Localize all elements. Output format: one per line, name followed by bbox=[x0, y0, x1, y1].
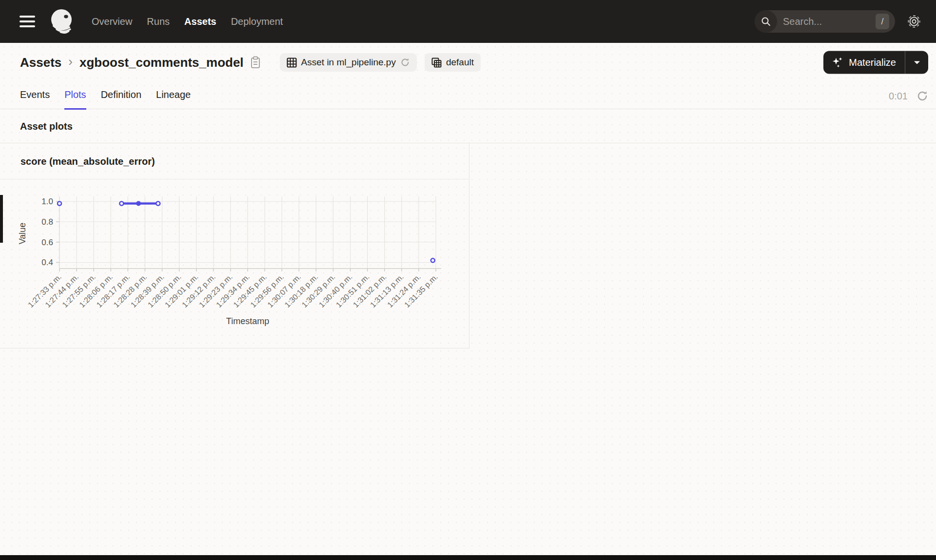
breadcrumb-separator-icon: › bbox=[68, 54, 73, 69]
primary-nav: Overview Runs Assets Deployment bbox=[92, 16, 283, 27]
tab-definition[interactable]: Definition bbox=[101, 89, 141, 110]
page-title: xgboost_comments_model bbox=[79, 55, 244, 70]
breadcrumb-assets-link[interactable]: Assets bbox=[20, 55, 61, 70]
y-tick-label: 0.4 bbox=[41, 258, 53, 267]
asset-page: Assets › xgboost_comments_model bbox=[0, 43, 936, 555]
refresh-icon[interactable] bbox=[916, 90, 928, 102]
top-navbar: Overview Runs Assets Deployment Search..… bbox=[0, 0, 936, 43]
y-tick-label: 0.6 bbox=[41, 238, 53, 247]
tab-lineage[interactable]: Lineage bbox=[156, 89, 191, 110]
data-point[interactable] bbox=[58, 201, 61, 205]
nav-deployment[interactable]: Deployment bbox=[231, 16, 283, 27]
plot-title-divider bbox=[0, 179, 469, 179]
asset-group-icon bbox=[431, 58, 442, 68]
group-chip[interactable]: default bbox=[425, 53, 481, 72]
sparkles-icon bbox=[831, 56, 844, 69]
search-input[interactable]: Search... / bbox=[755, 10, 895, 33]
data-point[interactable] bbox=[431, 258, 435, 262]
search-placeholder: Search... bbox=[783, 16, 876, 27]
window-bottom-edge bbox=[0, 555, 936, 560]
data-point[interactable] bbox=[119, 201, 123, 205]
materialize-dropdown-button[interactable] bbox=[905, 51, 928, 74]
data-point[interactable] bbox=[156, 201, 160, 205]
copy-asset-name-icon[interactable] bbox=[250, 56, 261, 69]
plot-title: score (mean_absolute_error) bbox=[0, 143, 469, 179]
group-label: default bbox=[446, 57, 474, 68]
screen-artifact-left bbox=[0, 195, 3, 243]
tab-events[interactable]: Events bbox=[20, 89, 50, 110]
breadcrumb: Assets › xgboost_comments_model bbox=[20, 55, 261, 70]
tab-plots[interactable]: Plots bbox=[64, 89, 86, 110]
plot-card: score (mean_absolute_error) 1.00.80.60.4… bbox=[0, 143, 469, 348]
data-point[interactable] bbox=[136, 201, 141, 206]
search-shortcut-badge: / bbox=[876, 14, 889, 29]
asset-tabs: Events Plots Definition Lineage 0:01 bbox=[0, 82, 936, 109]
section-title: Asset plots bbox=[0, 109, 936, 143]
code-location-chip[interactable]: Asset in ml_pipeline.py bbox=[280, 53, 417, 72]
search-icon bbox=[755, 10, 777, 33]
refresh-countdown: 0:01 bbox=[889, 91, 908, 102]
nav-assets[interactable]: Assets bbox=[184, 16, 216, 27]
asset-header: Assets › xgboost_comments_model bbox=[0, 43, 936, 82]
materialize-label: Materialize bbox=[849, 57, 896, 68]
settings-gear-icon[interactable] bbox=[907, 14, 921, 29]
menu-icon[interactable] bbox=[20, 16, 35, 27]
y-tick-label: 0.8 bbox=[41, 217, 53, 227]
reload-location-icon[interactable] bbox=[400, 58, 410, 67]
y-axis-title: Value bbox=[18, 223, 27, 245]
code-location-label: Asset in ml_pipeline.py bbox=[301, 57, 396, 68]
table-icon bbox=[287, 58, 297, 68]
materialize-button[interactable]: Materialize bbox=[823, 51, 905, 74]
x-axis-title: Timestamp bbox=[226, 316, 269, 326]
nav-overview[interactable]: Overview bbox=[92, 16, 132, 27]
chevron-down-icon bbox=[914, 60, 920, 64]
y-tick-label: 1.0 bbox=[41, 197, 53, 206]
nav-runs[interactable]: Runs bbox=[147, 16, 170, 27]
score-line-chart: 1.00.80.60.41:27:33 p.m.1:27:44 p.m.1:27… bbox=[18, 192, 456, 338]
dagster-logo-icon[interactable] bbox=[48, 7, 76, 36]
